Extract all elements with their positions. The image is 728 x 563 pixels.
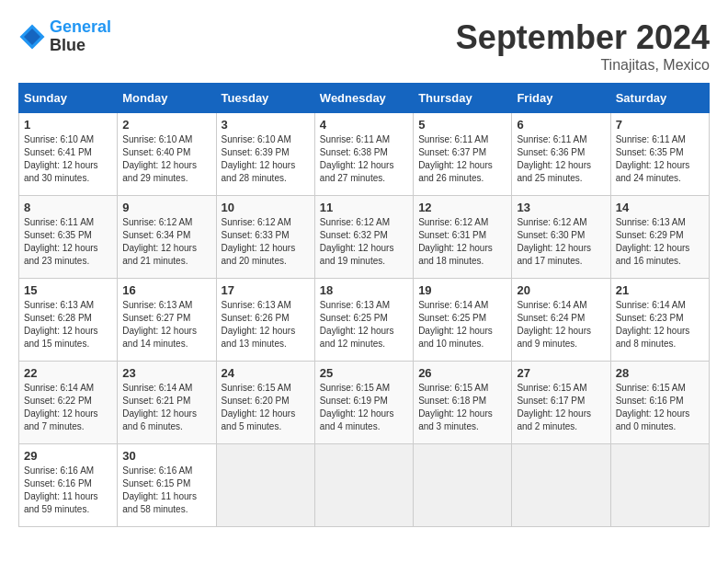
day-info: Sunrise: 6:15 AM Sunset: 6:17 PM Dayligh… xyxy=(517,382,605,433)
calendar-cell: 14Sunrise: 6:13 AM Sunset: 6:29 PM Dayli… xyxy=(610,196,709,279)
day-info: Sunrise: 6:13 AM Sunset: 6:28 PM Dayligh… xyxy=(24,299,112,350)
month-title: September 2024 xyxy=(456,18,710,57)
day-info: Sunrise: 6:14 AM Sunset: 6:22 PM Dayligh… xyxy=(24,382,112,433)
calendar-header: SundayMondayTuesdayWednesdayThursdayFrid… xyxy=(19,84,710,113)
calendar-cell xyxy=(216,444,314,527)
calendar-cell: 15Sunrise: 6:13 AM Sunset: 6:28 PM Dayli… xyxy=(19,279,118,362)
day-number: 4 xyxy=(320,118,408,132)
day-info: Sunrise: 6:13 AM Sunset: 6:25 PM Dayligh… xyxy=(320,299,408,350)
calendar-cell: 22Sunrise: 6:14 AM Sunset: 6:22 PM Dayli… xyxy=(19,362,118,444)
day-info: Sunrise: 6:10 AM Sunset: 6:39 PM Dayligh… xyxy=(222,133,310,185)
calendar-cell: 8Sunrise: 6:11 AM Sunset: 6:35 PM Daylig… xyxy=(19,196,118,279)
day-number: 11 xyxy=(320,201,408,214)
day-info: Sunrise: 6:16 AM Sunset: 6:15 PM Dayligh… xyxy=(122,465,210,516)
logo: General Blue xyxy=(18,18,111,55)
day-number: 29 xyxy=(24,449,112,463)
location: Tinajitas, Mexico xyxy=(456,57,710,74)
calendar-cell: 7Sunrise: 6:11 AM Sunset: 6:35 PM Daylig… xyxy=(610,113,709,196)
day-number: 1 xyxy=(24,118,112,132)
day-number: 24 xyxy=(222,366,310,380)
day-info: Sunrise: 6:14 AM Sunset: 6:24 PM Dayligh… xyxy=(517,299,605,350)
calendar-cell: 5Sunrise: 6:11 AM Sunset: 6:37 PM Daylig… xyxy=(414,113,512,196)
calendar-cell xyxy=(610,444,709,527)
day-number: 3 xyxy=(222,118,310,132)
calendar-week-row: 22Sunrise: 6:14 AM Sunset: 6:22 PM Dayli… xyxy=(19,362,710,444)
day-info: Sunrise: 6:12 AM Sunset: 6:33 PM Dayligh… xyxy=(222,216,310,268)
day-number: 2 xyxy=(122,118,210,132)
title-block: September 2024 Tinajitas, Mexico xyxy=(456,18,710,74)
calendar-table: SundayMondayTuesdayWednesdayThursdayFrid… xyxy=(18,83,710,527)
day-number: 9 xyxy=(122,201,210,214)
calendar-week-row: 1Sunrise: 6:10 AM Sunset: 6:41 PM Daylig… xyxy=(19,113,710,196)
calendar-cell xyxy=(414,444,512,527)
day-number: 21 xyxy=(616,283,704,297)
day-number: 10 xyxy=(222,201,310,214)
day-info: Sunrise: 6:11 AM Sunset: 6:38 PM Dayligh… xyxy=(320,133,408,185)
calendar-cell: 4Sunrise: 6:11 AM Sunset: 6:38 PM Daylig… xyxy=(314,113,413,196)
calendar-cell: 27Sunrise: 6:15 AM Sunset: 6:17 PM Dayli… xyxy=(512,362,610,444)
logo-text: General Blue xyxy=(50,18,111,55)
day-number: 6 xyxy=(517,118,605,132)
day-info: Sunrise: 6:13 AM Sunset: 6:27 PM Dayligh… xyxy=(122,299,210,350)
day-info: Sunrise: 6:15 AM Sunset: 6:18 PM Dayligh… xyxy=(418,382,506,433)
day-info: Sunrise: 6:10 AM Sunset: 6:41 PM Dayligh… xyxy=(24,133,112,185)
calendar-cell: 1Sunrise: 6:10 AM Sunset: 6:41 PM Daylig… xyxy=(19,113,118,196)
day-number: 23 xyxy=(122,366,210,380)
calendar-cell: 2Sunrise: 6:10 AM Sunset: 6:40 PM Daylig… xyxy=(118,113,216,196)
day-number: 5 xyxy=(418,118,506,132)
calendar-cell xyxy=(512,444,610,527)
calendar-cell: 6Sunrise: 6:11 AM Sunset: 6:36 PM Daylig… xyxy=(512,113,610,196)
calendar-cell: 19Sunrise: 6:14 AM Sunset: 6:25 PM Dayli… xyxy=(414,279,512,362)
day-number: 14 xyxy=(616,201,704,214)
calendar-cell: 11Sunrise: 6:12 AM Sunset: 6:32 PM Dayli… xyxy=(314,196,413,279)
day-info: Sunrise: 6:16 AM Sunset: 6:16 PM Dayligh… xyxy=(24,465,112,516)
header-row: SundayMondayTuesdayWednesdayThursdayFrid… xyxy=(19,84,710,113)
day-info: Sunrise: 6:13 AM Sunset: 6:29 PM Dayligh… xyxy=(616,216,704,268)
day-number: 30 xyxy=(122,449,210,463)
logo-icon xyxy=(18,23,46,51)
day-number: 16 xyxy=(122,283,210,297)
calendar-cell: 23Sunrise: 6:14 AM Sunset: 6:21 PM Dayli… xyxy=(118,362,216,444)
day-info: Sunrise: 6:12 AM Sunset: 6:34 PM Dayligh… xyxy=(122,216,210,268)
header-cell-tuesday: Tuesday xyxy=(216,84,314,113)
calendar-cell: 9Sunrise: 6:12 AM Sunset: 6:34 PM Daylig… xyxy=(118,196,216,279)
day-info: Sunrise: 6:15 AM Sunset: 6:16 PM Dayligh… xyxy=(616,382,704,433)
calendar-cell: 13Sunrise: 6:12 AM Sunset: 6:30 PM Dayli… xyxy=(512,196,610,279)
header-cell-thursday: Thursday xyxy=(414,84,512,113)
day-info: Sunrise: 6:15 AM Sunset: 6:20 PM Dayligh… xyxy=(222,382,310,433)
day-info: Sunrise: 6:12 AM Sunset: 6:30 PM Dayligh… xyxy=(517,216,605,268)
calendar-cell: 12Sunrise: 6:12 AM Sunset: 6:31 PM Dayli… xyxy=(414,196,512,279)
day-info: Sunrise: 6:14 AM Sunset: 6:21 PM Dayligh… xyxy=(122,382,210,433)
calendar-cell: 16Sunrise: 6:13 AM Sunset: 6:27 PM Dayli… xyxy=(118,279,216,362)
page-header: General Blue September 2024 Tinajitas, M… xyxy=(18,18,710,74)
header-cell-friday: Friday xyxy=(512,84,610,113)
day-number: 28 xyxy=(616,366,704,380)
header-cell-wednesday: Wednesday xyxy=(314,84,413,113)
calendar-cell: 20Sunrise: 6:14 AM Sunset: 6:24 PM Dayli… xyxy=(512,279,610,362)
day-info: Sunrise: 6:11 AM Sunset: 6:37 PM Dayligh… xyxy=(418,133,506,185)
calendar-week-row: 8Sunrise: 6:11 AM Sunset: 6:35 PM Daylig… xyxy=(19,196,710,279)
calendar-cell: 28Sunrise: 6:15 AM Sunset: 6:16 PM Dayli… xyxy=(610,362,709,444)
calendar-cell: 24Sunrise: 6:15 AM Sunset: 6:20 PM Dayli… xyxy=(216,362,314,444)
day-number: 12 xyxy=(418,201,506,214)
calendar-week-row: 29Sunrise: 6:16 AM Sunset: 6:16 PM Dayli… xyxy=(19,444,710,527)
calendar-cell: 21Sunrise: 6:14 AM Sunset: 6:23 PM Dayli… xyxy=(610,279,709,362)
day-info: Sunrise: 6:10 AM Sunset: 6:40 PM Dayligh… xyxy=(122,133,210,185)
day-number: 20 xyxy=(517,283,605,297)
calendar-cell: 17Sunrise: 6:13 AM Sunset: 6:26 PM Dayli… xyxy=(216,279,314,362)
day-info: Sunrise: 6:11 AM Sunset: 6:35 PM Dayligh… xyxy=(24,216,112,268)
header-cell-monday: Monday xyxy=(118,84,216,113)
day-info: Sunrise: 6:14 AM Sunset: 6:23 PM Dayligh… xyxy=(616,299,704,350)
calendar-cell: 18Sunrise: 6:13 AM Sunset: 6:25 PM Dayli… xyxy=(314,279,413,362)
calendar-body: 1Sunrise: 6:10 AM Sunset: 6:41 PM Daylig… xyxy=(19,113,710,527)
day-number: 18 xyxy=(320,283,408,297)
day-number: 7 xyxy=(616,118,704,132)
calendar-week-row: 15Sunrise: 6:13 AM Sunset: 6:28 PM Dayli… xyxy=(19,279,710,362)
day-info: Sunrise: 6:14 AM Sunset: 6:25 PM Dayligh… xyxy=(418,299,506,350)
day-number: 13 xyxy=(517,201,605,214)
calendar-cell: 26Sunrise: 6:15 AM Sunset: 6:18 PM Dayli… xyxy=(414,362,512,444)
calendar-cell: 25Sunrise: 6:15 AM Sunset: 6:19 PM Dayli… xyxy=(314,362,413,444)
day-number: 25 xyxy=(320,366,408,380)
header-cell-saturday: Saturday xyxy=(610,84,709,113)
calendar-cell xyxy=(314,444,413,527)
